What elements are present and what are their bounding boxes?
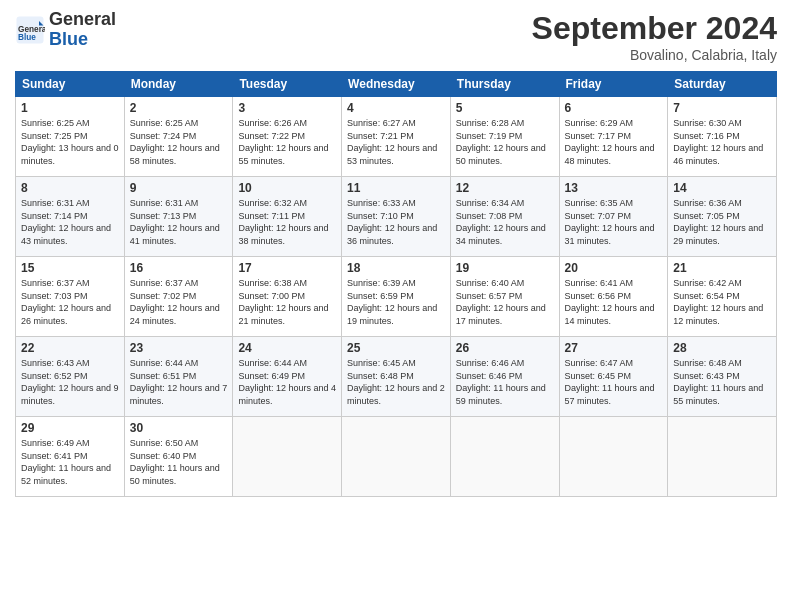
calendar-day-cell: 7Sunrise: 6:30 AMSunset: 7:16 PMDaylight… [668,97,777,177]
calendar-day-cell: 29Sunrise: 6:49 AMSunset: 6:41 PMDayligh… [16,417,125,497]
day-number: 15 [21,261,119,275]
calendar-day-cell: 20Sunrise: 6:41 AMSunset: 6:56 PMDayligh… [559,257,668,337]
day-number: 13 [565,181,663,195]
day-info: Sunrise: 6:27 AMSunset: 7:21 PMDaylight:… [347,117,445,167]
location: Bovalino, Calabria, Italy [532,47,777,63]
day-info: Sunrise: 6:40 AMSunset: 6:57 PMDaylight:… [456,277,554,327]
calendar-day-cell: 15Sunrise: 6:37 AMSunset: 7:03 PMDayligh… [16,257,125,337]
day-info: Sunrise: 6:37 AMSunset: 7:03 PMDaylight:… [21,277,119,327]
day-info: Sunrise: 6:25 AMSunset: 7:25 PMDaylight:… [21,117,119,167]
day-number: 17 [238,261,336,275]
day-number: 18 [347,261,445,275]
calendar-day-cell: 6Sunrise: 6:29 AMSunset: 7:17 PMDaylight… [559,97,668,177]
calendar-table: SundayMondayTuesdayWednesdayThursdayFrid… [15,71,777,497]
calendar-day-cell: 14Sunrise: 6:36 AMSunset: 7:05 PMDayligh… [668,177,777,257]
day-number: 11 [347,181,445,195]
calendar-day-cell: 18Sunrise: 6:39 AMSunset: 6:59 PMDayligh… [342,257,451,337]
calendar-day-cell: 3Sunrise: 6:26 AMSunset: 7:22 PMDaylight… [233,97,342,177]
day-info: Sunrise: 6:43 AMSunset: 6:52 PMDaylight:… [21,357,119,407]
day-number: 7 [673,101,771,115]
day-number: 21 [673,261,771,275]
day-info: Sunrise: 6:32 AMSunset: 7:11 PMDaylight:… [238,197,336,247]
calendar-day-cell: 22Sunrise: 6:43 AMSunset: 6:52 PMDayligh… [16,337,125,417]
day-number: 22 [21,341,119,355]
calendar-day-cell [559,417,668,497]
day-info: Sunrise: 6:44 AMSunset: 6:49 PMDaylight:… [238,357,336,407]
day-number: 25 [347,341,445,355]
day-info: Sunrise: 6:36 AMSunset: 7:05 PMDaylight:… [673,197,771,247]
day-info: Sunrise: 6:46 AMSunset: 6:46 PMDaylight:… [456,357,554,407]
main-container: General Blue General Blue September 2024… [0,0,792,507]
day-number: 1 [21,101,119,115]
calendar-day-cell [233,417,342,497]
day-info: Sunrise: 6:35 AMSunset: 7:07 PMDaylight:… [565,197,663,247]
day-info: Sunrise: 6:38 AMSunset: 7:00 PMDaylight:… [238,277,336,327]
day-info: Sunrise: 6:45 AMSunset: 6:48 PMDaylight:… [347,357,445,407]
day-number: 27 [565,341,663,355]
svg-text:Blue: Blue [18,33,36,42]
calendar-day-cell: 17Sunrise: 6:38 AMSunset: 7:00 PMDayligh… [233,257,342,337]
day-info: Sunrise: 6:25 AMSunset: 7:24 PMDaylight:… [130,117,228,167]
calendar-day-cell: 28Sunrise: 6:48 AMSunset: 6:43 PMDayligh… [668,337,777,417]
day-number: 9 [130,181,228,195]
day-number: 16 [130,261,228,275]
day-number: 2 [130,101,228,115]
day-info: Sunrise: 6:41 AMSunset: 6:56 PMDaylight:… [565,277,663,327]
calendar-day-cell [342,417,451,497]
day-number: 19 [456,261,554,275]
logo-general: General [49,9,116,29]
calendar-day-cell: 2Sunrise: 6:25 AMSunset: 7:24 PMDaylight… [124,97,233,177]
day-info: Sunrise: 6:50 AMSunset: 6:40 PMDaylight:… [130,437,228,487]
day-number: 12 [456,181,554,195]
calendar-header-saturday: Saturday [668,72,777,97]
day-number: 29 [21,421,119,435]
day-number: 6 [565,101,663,115]
day-info: Sunrise: 6:28 AMSunset: 7:19 PMDaylight:… [456,117,554,167]
day-info: Sunrise: 6:47 AMSunset: 6:45 PMDaylight:… [565,357,663,407]
calendar-header-wednesday: Wednesday [342,72,451,97]
day-number: 20 [565,261,663,275]
calendar-week-row: 22Sunrise: 6:43 AMSunset: 6:52 PMDayligh… [16,337,777,417]
calendar-header-row: SundayMondayTuesdayWednesdayThursdayFrid… [16,72,777,97]
calendar-day-cell: 26Sunrise: 6:46 AMSunset: 6:46 PMDayligh… [450,337,559,417]
calendar-day-cell [450,417,559,497]
day-info: Sunrise: 6:48 AMSunset: 6:43 PMDaylight:… [673,357,771,407]
calendar-day-cell: 11Sunrise: 6:33 AMSunset: 7:10 PMDayligh… [342,177,451,257]
calendar-day-cell: 27Sunrise: 6:47 AMSunset: 6:45 PMDayligh… [559,337,668,417]
calendar-day-cell: 10Sunrise: 6:32 AMSunset: 7:11 PMDayligh… [233,177,342,257]
day-number: 14 [673,181,771,195]
calendar-day-cell: 23Sunrise: 6:44 AMSunset: 6:51 PMDayligh… [124,337,233,417]
day-info: Sunrise: 6:31 AMSunset: 7:14 PMDaylight:… [21,197,119,247]
day-info: Sunrise: 6:34 AMSunset: 7:08 PMDaylight:… [456,197,554,247]
calendar-week-row: 1Sunrise: 6:25 AMSunset: 7:25 PMDaylight… [16,97,777,177]
day-number: 8 [21,181,119,195]
day-info: Sunrise: 6:49 AMSunset: 6:41 PMDaylight:… [21,437,119,487]
calendar-day-cell: 30Sunrise: 6:50 AMSunset: 6:40 PMDayligh… [124,417,233,497]
day-number: 5 [456,101,554,115]
calendar-day-cell: 9Sunrise: 6:31 AMSunset: 7:13 PMDaylight… [124,177,233,257]
day-number: 26 [456,341,554,355]
day-number: 24 [238,341,336,355]
calendar-day-cell: 19Sunrise: 6:40 AMSunset: 6:57 PMDayligh… [450,257,559,337]
calendar-week-row: 15Sunrise: 6:37 AMSunset: 7:03 PMDayligh… [16,257,777,337]
calendar-week-row: 29Sunrise: 6:49 AMSunset: 6:41 PMDayligh… [16,417,777,497]
calendar-week-row: 8Sunrise: 6:31 AMSunset: 7:14 PMDaylight… [16,177,777,257]
month-title: September 2024 [532,10,777,47]
title-block: September 2024 Bovalino, Calabria, Italy [532,10,777,63]
logo-text-block: General Blue [49,10,116,50]
day-info: Sunrise: 6:37 AMSunset: 7:02 PMDaylight:… [130,277,228,327]
day-number: 10 [238,181,336,195]
day-number: 23 [130,341,228,355]
calendar-day-cell: 1Sunrise: 6:25 AMSunset: 7:25 PMDaylight… [16,97,125,177]
day-number: 3 [238,101,336,115]
logo: General Blue General Blue [15,10,116,50]
day-info: Sunrise: 6:31 AMSunset: 7:13 PMDaylight:… [130,197,228,247]
day-info: Sunrise: 6:29 AMSunset: 7:17 PMDaylight:… [565,117,663,167]
calendar-day-cell: 5Sunrise: 6:28 AMSunset: 7:19 PMDaylight… [450,97,559,177]
day-number: 4 [347,101,445,115]
calendar-day-cell: 12Sunrise: 6:34 AMSunset: 7:08 PMDayligh… [450,177,559,257]
header: General Blue General Blue September 2024… [15,10,777,63]
calendar-day-cell: 24Sunrise: 6:44 AMSunset: 6:49 PMDayligh… [233,337,342,417]
calendar-day-cell: 25Sunrise: 6:45 AMSunset: 6:48 PMDayligh… [342,337,451,417]
calendar-day-cell: 13Sunrise: 6:35 AMSunset: 7:07 PMDayligh… [559,177,668,257]
